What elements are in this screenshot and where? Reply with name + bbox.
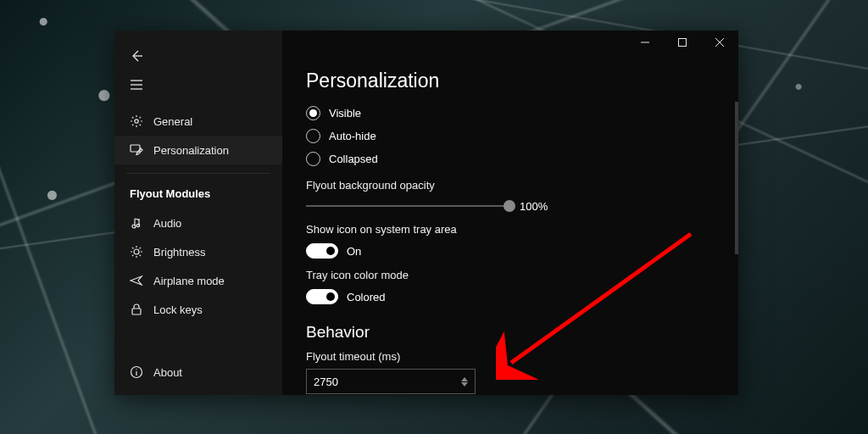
gear-icon: [130, 114, 143, 128]
sidebar-item-audio[interactable]: Audio: [114, 209, 282, 237]
opacity-value: 100%: [520, 200, 548, 213]
sidebar-item-general[interactable]: General: [114, 107, 282, 136]
tray-icon-value: On: [347, 245, 361, 258]
radio-visible[interactable]: Visible: [306, 102, 711, 125]
svg-rect-13: [132, 309, 141, 314]
sidebar-item-label: Brightness: [153, 246, 205, 259]
opacity-label: Flyout background opacity: [306, 170, 711, 198]
radio-icon: [306, 106, 320, 120]
sidebar-item-label: About: [153, 366, 182, 379]
close-button[interactable]: [701, 31, 738, 54]
sidebar-item-label: Lock keys: [153, 303, 203, 316]
tray-color-value: Colored: [347, 291, 386, 303]
sidebar-item-label: Audio: [153, 217, 181, 230]
tray-icon-toggle[interactable]: [306, 243, 338, 259]
brightness-icon: [130, 245, 143, 259]
settings-scroll-area: Visible Auto-hide Collapsed Flyout backg…: [282, 102, 735, 395]
radio-icon: [306, 129, 320, 143]
radio-label: Auto-hide: [329, 130, 376, 142]
svg-point-12: [134, 249, 139, 254]
titlebar: [626, 31, 738, 54]
tray-color-toggle[interactable]: [306, 289, 338, 304]
sidebar-item-brightness[interactable]: Brightness: [114, 237, 282, 266]
radio-icon: [306, 152, 320, 166]
svg-rect-1: [679, 39, 687, 47]
info-icon: [130, 365, 143, 379]
sidebar-item-about[interactable]: About: [114, 358, 282, 387]
page-title: Personalization: [282, 70, 738, 104]
sidebar-heading-modules: Flyout Modules: [114, 179, 282, 205]
sidebar-item-label: General: [153, 115, 192, 128]
divider: [126, 173, 270, 174]
slider-thumb[interactable]: [504, 200, 515, 212]
minimize-button[interactable]: [626, 31, 664, 54]
svg-point-8: [135, 120, 138, 123]
scrollbar-thumb[interactable]: [735, 102, 738, 254]
sidebar-item-airplane-mode[interactable]: Airplane mode: [114, 266, 282, 295]
sidebar: General Personalization Flyout Modules A…: [114, 31, 282, 395]
svg-point-11: [136, 224, 139, 226]
radio-collapsed[interactable]: Collapsed: [306, 147, 711, 170]
svg-point-16: [136, 369, 136, 370]
lock-icon: [130, 303, 143, 316]
tray-icon-label: Show icon on system tray area: [306, 214, 711, 242]
radio-label: Visible: [329, 107, 361, 120]
sidebar-item-label: Personalization: [153, 144, 229, 157]
back-button[interactable]: [130, 46, 153, 66]
sidebar-item-personalization[interactable]: Personalization: [114, 136, 282, 164]
tray-color-label: Tray icon color mode: [306, 267, 711, 287]
scrollbar[interactable]: [735, 102, 738, 395]
airplane-icon: [130, 274, 143, 287]
spinbox-stepper[interactable]: [461, 377, 468, 387]
radio-auto-hide[interactable]: Auto-hide: [306, 125, 711, 147]
maximize-button[interactable]: [664, 31, 701, 54]
audio-icon: [130, 216, 143, 230]
app-window: General Personalization Flyout Modules A…: [114, 31, 738, 395]
monitor-pen-icon: [130, 143, 143, 157]
main-panel: Personalization Visible Auto-hide Collap…: [282, 31, 738, 395]
sidebar-item-label: Airplane mode: [153, 275, 225, 287]
behavior-heading: Behavior: [306, 313, 711, 350]
sidebar-item-lock-keys[interactable]: Lock keys: [114, 295, 282, 324]
opacity-slider[interactable]: [306, 198, 509, 214]
radio-label: Collapsed: [329, 153, 378, 165]
timeout-value: 2750: [314, 376, 338, 388]
timeout-label: Flyout timeout (ms): [306, 350, 711, 369]
hamburger-button[interactable]: [130, 75, 153, 95]
timeout-spinbox[interactable]: 2750: [306, 369, 476, 394]
